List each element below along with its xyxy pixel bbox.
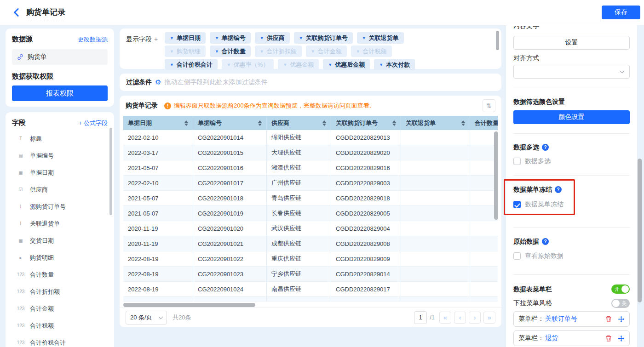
horizontal-scrollbar-thumb[interactable] — [123, 303, 255, 307]
table-scrollbar-thumb[interactable] — [494, 131, 498, 220]
help-icon[interactable]: ? — [555, 186, 562, 193]
menubar-item[interactable]: 菜单栏： 退货 — [513, 330, 630, 346]
multi-select-checkbox-row[interactable]: 数据多选 — [513, 157, 630, 166]
table-row[interactable]: 2022-08-19 CG20220901023 宁乡供应链 CGDD20220… — [123, 267, 498, 282]
column-header[interactable]: 关联购货订单号 — [331, 116, 401, 130]
column-header[interactable]: 单据编号 — [193, 116, 267, 130]
help-icon[interactable]: ? — [542, 144, 549, 151]
color-settings-button[interactable]: 颜色设置 — [513, 110, 630, 124]
sort-arrows-icon[interactable] — [461, 120, 465, 126]
cell-doc-number: CG20220901023 — [193, 267, 267, 281]
change-datasource-link[interactable]: 更改数据源 — [78, 35, 108, 44]
menubar-toggle-on[interactable]: 开 — [611, 284, 630, 294]
field-list-item[interactable]: I 关联退货单 — [12, 215, 108, 232]
table-row[interactable]: 2022-02-10 CG20220901017 广州供应链 CGDD20220… — [123, 176, 498, 191]
field-list-item[interactable]: 123 合计折扣额 — [12, 283, 108, 300]
display-field-chip[interactable]: ▼单据编号 — [210, 32, 251, 44]
display-field-chip[interactable]: ▼优惠率（%） — [222, 59, 274, 70]
save-button[interactable]: 保存 — [602, 6, 640, 19]
display-field-chip[interactable]: ▼合计数量 — [210, 46, 251, 57]
move-icon[interactable] — [618, 335, 625, 342]
field-list-item[interactable]: T 标题 — [12, 130, 108, 147]
cell-total-qty — [470, 251, 498, 266]
display-field-chip[interactable]: ▼合计税额 — [351, 46, 392, 57]
checkbox-unchecked[interactable] — [513, 158, 521, 165]
field-list-item[interactable]: 123 合计价税合计 — [12, 334, 108, 347]
display-field-chip[interactable]: ▼本次付款 — [374, 59, 415, 70]
add-formula-field-link[interactable]: + 公式字段 — [79, 119, 108, 127]
field-list-item[interactable]: ▸ 购货明细 — [12, 249, 108, 266]
fields-card: 字段 + 公式字段 T 标题 ▤ 单据编号 ▦ 单据日期 ☑ 供应商 I 源购货… — [6, 112, 114, 347]
field-list-item[interactable]: I 源购货订单号 — [12, 198, 108, 215]
field-list-item[interactable]: ▦ 单据日期 — [12, 164, 108, 181]
table-row[interactable]: 2021-05-07 CG20220901019 长春供应链 CGDD20220… — [123, 206, 498, 221]
column-header[interactable]: 单据日期 — [123, 116, 193, 130]
sort-arrows-icon[interactable] — [322, 120, 326, 126]
sort-order-button[interactable]: ⇅ — [483, 99, 495, 112]
cell-doc-date: 2022-02-10 — [123, 176, 193, 190]
display-fields-scrollbar-thumb[interactable] — [496, 31, 499, 50]
panel-scrollbar-thumb[interactable] — [638, 159, 642, 302]
page-nav-button[interactable]: » — [483, 312, 495, 324]
page-nav-button[interactable]: › — [469, 312, 481, 324]
field-list-item[interactable]: 123 合计数量 — [12, 266, 108, 283]
display-field-chip[interactable]: ▼优惠金额 — [278, 59, 319, 70]
field-list-item[interactable]: 123 合计金额 — [12, 300, 108, 317]
menubar-item-link[interactable]: 关联订单号 — [545, 315, 577, 323]
report-permission-button[interactable]: 报表权限 — [12, 85, 108, 101]
table-row[interactable]: 2022-08-19 CG20220901024 南昌供应链 CGDD20220… — [123, 282, 498, 297]
display-field-chip[interactable]: ▼合计金额 — [306, 46, 347, 57]
delete-icon[interactable] — [605, 315, 612, 323]
sort-arrows-icon[interactable] — [392, 120, 396, 126]
page-size-select[interactable]: 20 条/页 — [126, 311, 167, 324]
menubar-item-link[interactable]: 退货 — [545, 334, 558, 342]
page-nav-button[interactable]: « — [439, 312, 451, 324]
display-field-chip[interactable]: ▼合计价税合计 — [165, 59, 218, 70]
display-field-chip[interactable]: ▼优惠后金额 — [323, 59, 370, 70]
content-settings-button[interactable]: 设置 — [513, 36, 630, 50]
field-list-item[interactable]: ☑ 供应商 — [12, 181, 108, 198]
sort-arrows-icon[interactable] — [184, 120, 188, 126]
column-header[interactable]: 合计数量 — [470, 116, 498, 130]
field-list-item[interactable]: ▦ 交货日期 — [12, 232, 108, 249]
column-header[interactable]: 关联退货单 — [401, 116, 470, 130]
checkbox-checked[interactable] — [513, 201, 521, 208]
menubar-item-prefix: 菜单栏： — [518, 315, 544, 323]
sort-arrows-icon[interactable] — [258, 120, 262, 126]
table-row[interactable]: 2022-02-10 CG20220901014 绵阳供应链 CGDD20220… — [123, 130, 498, 145]
menu-freeze-checkbox-row[interactable]: 数据菜单冻结 — [513, 200, 630, 209]
menubar-item[interactable]: 菜单栏： 关联订单号 — [513, 311, 630, 327]
table-row[interactable]: 2022-03-17 CG20220901015 大理供应链 CGDD20220… — [123, 145, 498, 160]
display-field-chip[interactable]: ▼供应商 — [255, 32, 290, 44]
column-header[interactable]: 供应商 — [267, 116, 331, 130]
checkbox-unchecked[interactable] — [513, 252, 521, 260]
datasource-item[interactable]: 购货单 — [12, 49, 108, 65]
display-field-chip[interactable]: ▼合计折扣额 — [255, 46, 302, 57]
move-icon[interactable] — [618, 316, 625, 323]
fields-scrollbar-thumb[interactable] — [109, 128, 112, 215]
raw-data-checkbox-row[interactable]: 查看原始数据 — [513, 251, 630, 261]
delete-icon[interactable] — [605, 335, 612, 342]
field-list-item[interactable]: ▤ 单据编号 — [12, 147, 108, 164]
link-icon — [17, 53, 24, 61]
table-row[interactable]: 2021-05-07 CG20220901018 青岛供应链 CGDD20220… — [123, 191, 498, 206]
align-select[interactable] — [513, 65, 630, 79]
display-field-chip[interactable]: ▼单据日期 — [165, 32, 206, 44]
display-field-chip[interactable]: ▼关联退货单 — [357, 32, 404, 44]
cell-return-order — [401, 191, 470, 205]
page-nav-button[interactable]: ‹ — [454, 312, 466, 324]
display-field-chip[interactable]: ▼购货明细 — [165, 46, 206, 57]
current-page-input[interactable]: 1 — [414, 311, 427, 324]
table-row[interactable]: 2020-11-19 CG20220901020 武汉供应链 CGDD20220… — [123, 221, 498, 236]
back-button[interactable] — [12, 8, 21, 17]
table-row[interactable]: 2022-08-19 CG20220901022 重庆供应链 CGDD20220… — [123, 251, 498, 267]
add-display-field-button[interactable]: + — [154, 35, 158, 43]
field-list-item[interactable]: 123 合计税额 — [12, 317, 108, 334]
dropdown-style-toggle-off[interactable]: 关 — [611, 299, 630, 308]
gear-icon[interactable]: ⚙ — [155, 78, 161, 86]
help-icon[interactable]: ? — [542, 238, 549, 245]
display-field-chip[interactable]: ▼关联购货订单号 — [294, 32, 353, 44]
table-row[interactable]: 2021-05-07 CG20220901016 湘潭供应链 CGDD20220… — [123, 160, 498, 176]
table-row[interactable]: 2020-11-19 CG20220901021 成都供应链 CGDD20220… — [123, 236, 498, 251]
cell-doc-date: 2022-08-19 — [123, 282, 193, 296]
